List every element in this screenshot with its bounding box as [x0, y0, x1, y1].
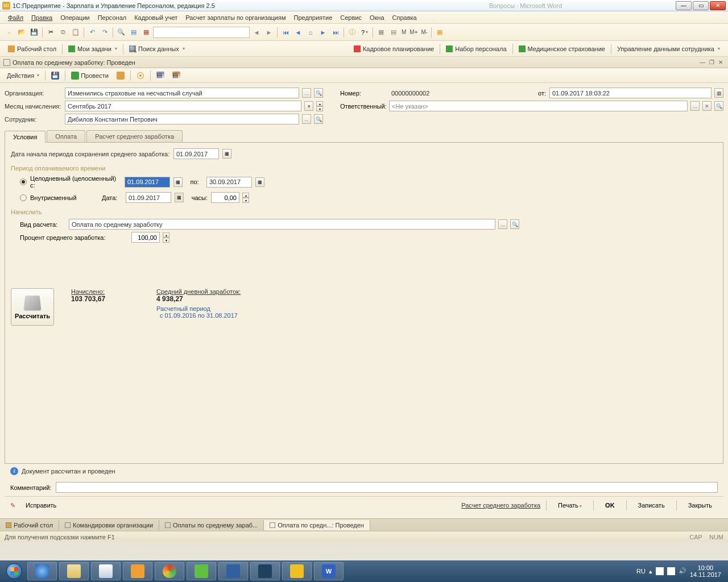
- save-button[interactable]: Записать: [632, 501, 671, 510]
- nav-last-icon[interactable]: ⏭: [330, 27, 341, 38]
- menu-file[interactable]: Файл: [5, 13, 27, 22]
- task-notepad[interactable]: [91, 562, 121, 580]
- menu-service[interactable]: Сервис: [337, 13, 365, 22]
- tray-network-icon[interactable]: [667, 567, 675, 575]
- resp-select-button[interactable]: ...: [690, 101, 700, 111]
- tab-avg-calc[interactable]: Расчет среднего заработка: [86, 130, 183, 142]
- go-back-icon[interactable]: ◄: [251, 27, 262, 38]
- month-input[interactable]: Сентябрь 2017: [65, 101, 301, 111]
- task-darkblue[interactable]: [250, 562, 280, 580]
- date-from-input[interactable]: 01.09.2017: [125, 177, 170, 188]
- nav-desktop[interactable]: Рабочий стол: [3, 44, 61, 54]
- emp-input[interactable]: Дибилов Константин Петрович: [65, 114, 299, 124]
- resp-lookup-button[interactable]: 🔍: [714, 101, 723, 111]
- help-circle-icon[interactable]: ⓘ: [346, 27, 358, 38]
- start-button[interactable]: [2, 562, 26, 580]
- startdate-input[interactable]: 01.09.2017: [173, 148, 219, 159]
- undo-icon[interactable]: ↶: [86, 27, 98, 38]
- list1-icon[interactable]: ▤: [153, 70, 168, 81]
- help-action-icon[interactable]: ⦿: [133, 70, 148, 81]
- org-input[interactable]: Изменились страховые на несчастный случа…: [65, 88, 299, 98]
- calculate-button[interactable]: Рассчитать: [11, 288, 54, 326]
- hours-spinner[interactable]: ▴▾: [242, 193, 249, 202]
- date-to-input[interactable]: 30.09.2017: [206, 177, 252, 188]
- maximize-button[interactable]: ▭: [693, 1, 709, 10]
- month-spinner[interactable]: ▴▾: [316, 101, 323, 111]
- org-lookup-button[interactable]: 🔍: [314, 88, 323, 98]
- tray-clock[interactable]: 10:00 14.11.2017: [690, 564, 721, 578]
- intra-date-input[interactable]: 01.09.2017: [126, 192, 171, 203]
- tray-lang[interactable]: RU: [636, 568, 646, 575]
- minimize-button[interactable]: —: [676, 1, 692, 10]
- menu-operations[interactable]: Операции: [57, 13, 93, 22]
- menu-hr[interactable]: Кадровый учет: [131, 13, 181, 22]
- redo-icon[interactable]: ↷: [99, 27, 110, 38]
- actions-menu-button[interactable]: Действия: [3, 71, 43, 80]
- go-forward-icon[interactable]: ►: [263, 27, 275, 38]
- paste-icon[interactable]: 📋: [70, 27, 81, 38]
- fix-button[interactable]: Исправить: [20, 501, 62, 510]
- task-chrome[interactable]: [155, 562, 184, 580]
- date-from-calendar-button[interactable]: ▦: [173, 177, 183, 187]
- startdate-calendar-button[interactable]: ▦: [222, 149, 231, 159]
- menu-edit[interactable]: Правка: [28, 13, 56, 22]
- new-icon[interactable]: ▫: [3, 27, 15, 38]
- nav-home-icon[interactable]: ⌂: [305, 27, 316, 38]
- nav-medins[interactable]: Медицинское страхование: [514, 44, 610, 54]
- calc-type-input[interactable]: Оплата по среднему заработку: [69, 219, 495, 230]
- cut-icon[interactable]: ✂: [45, 27, 56, 38]
- help-dropdown-icon[interactable]: ?: [359, 27, 370, 38]
- tray-flag-icon[interactable]: [656, 567, 664, 575]
- tab-conditions[interactable]: Условия: [5, 131, 46, 143]
- calc-type-select-button[interactable]: ...: [498, 219, 507, 229]
- nav-search[interactable]: 🔍Поиск данных: [125, 44, 189, 54]
- nav-next-icon[interactable]: ►: [317, 27, 329, 38]
- close-doc-button[interactable]: Закрыть: [682, 501, 718, 510]
- calendar2-icon[interactable]: ▤: [388, 27, 399, 38]
- save-action-icon[interactable]: 💾: [48, 70, 63, 81]
- date-calendar-button[interactable]: ▦: [714, 88, 723, 98]
- wintab-payments[interactable]: Оплаты по среднему зараб...: [159, 520, 264, 530]
- menu-personnel[interactable]: Персонал: [94, 13, 130, 22]
- menu-help[interactable]: Справка: [389, 13, 420, 22]
- unpost-icon[interactable]: [113, 70, 128, 81]
- wintab-trips[interactable]: Командировки организации: [59, 520, 159, 530]
- find-icon[interactable]: 🔍: [115, 27, 127, 38]
- resp-input[interactable]: <Не указан>: [389, 101, 688, 111]
- task-ie[interactable]: [27, 562, 57, 580]
- toolbar-search-input[interactable]: [153, 27, 250, 38]
- calc-icon[interactable]: ▦: [375, 27, 387, 38]
- table-icon[interactable]: ▦: [434, 27, 445, 38]
- intra-radio[interactable]: [20, 194, 27, 201]
- resp-clear-button[interactable]: ✕: [702, 101, 712, 111]
- month-dropdown-button[interactable]: ▾: [304, 101, 313, 111]
- memory-mplus[interactable]: М+: [410, 29, 417, 35]
- tray-show-hidden-icon[interactable]: ▴: [649, 568, 652, 575]
- avgcalc-link[interactable]: Расчет среднего заработка: [461, 502, 540, 509]
- doc-minimize-button[interactable]: —: [698, 59, 706, 66]
- wintab-desktop[interactable]: Рабочий стол: [0, 520, 59, 530]
- percent-spinner[interactable]: ▴▾: [163, 232, 169, 242]
- emp-select-button[interactable]: ...: [302, 114, 311, 124]
- memory-mminus[interactable]: М-: [421, 29, 428, 35]
- wintab-current[interactable]: Оплата по средн...: Проведен: [264, 520, 370, 530]
- date-input[interactable]: 01.09.2017 18:03:22: [549, 88, 712, 98]
- nav-prev-icon[interactable]: ◄: [292, 27, 304, 38]
- task-word[interactable]: W: [314, 562, 344, 580]
- date-to-calendar-button[interactable]: ▦: [255, 177, 264, 187]
- calendar-icon[interactable]: ▦: [140, 27, 152, 38]
- task-1c-orange[interactable]: [123, 562, 152, 580]
- save-icon[interactable]: 💾: [28, 27, 40, 38]
- task-blue[interactable]: [218, 562, 248, 580]
- post-button[interactable]: Провести: [68, 70, 112, 81]
- nav-kadr-plan[interactable]: Кадровое планирование: [349, 44, 439, 54]
- fullday-radio[interactable]: [20, 178, 27, 185]
- tray-volume-icon[interactable]: 🔊: [679, 567, 686, 575]
- memory-m[interactable]: М: [402, 29, 406, 35]
- task-green[interactable]: [187, 562, 216, 580]
- ok-button[interactable]: OK: [599, 501, 621, 510]
- percent-input[interactable]: 100,00: [131, 232, 160, 243]
- close-button[interactable]: ✕: [710, 1, 726, 10]
- nav-empdata[interactable]: Управление данными сотрудника: [613, 44, 725, 54]
- open-icon[interactable]: 📂: [16, 27, 27, 38]
